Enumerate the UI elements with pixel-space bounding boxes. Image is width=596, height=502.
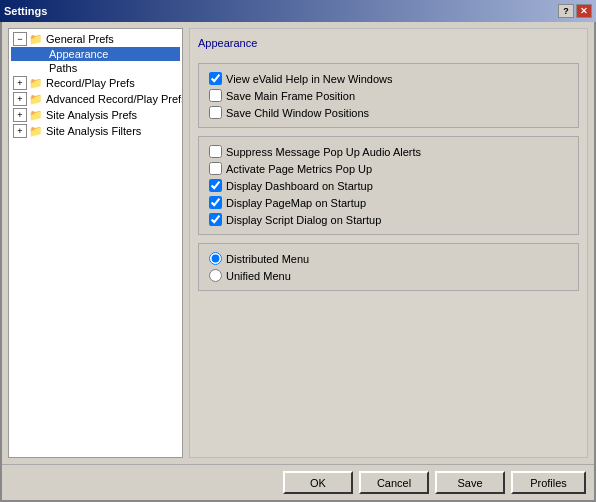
checkbox-display-pagemap-input[interactable]	[209, 196, 222, 209]
tree-item-appearance[interactable]: Appearance	[11, 47, 180, 61]
title-bar: Settings ? ✕	[0, 0, 596, 22]
settings-dialog: − 📁 General Prefs Appearance Paths + 📁 R…	[0, 22, 596, 502]
radio-distributed-menu-label: Distributed Menu	[226, 253, 309, 265]
checkbox-save-child-window-input[interactable]	[209, 106, 222, 119]
radio-unified-menu-input[interactable]	[209, 269, 222, 282]
tree-label-paths: Paths	[49, 62, 77, 74]
expander-general-prefs[interactable]: −	[13, 32, 27, 46]
ok-button[interactable]: OK	[283, 471, 353, 494]
tree-label-site-analysis-filters: Site Analysis Filters	[46, 125, 141, 137]
expander-site-analysis[interactable]: +	[13, 108, 27, 122]
tree-label-general-prefs: General Prefs	[46, 33, 114, 45]
tree-item-general-prefs[interactable]: − 📁 General Prefs	[11, 31, 180, 47]
checkbox-save-child-window: Save Child Window Positions	[209, 106, 568, 119]
checkbox-suppress-popup-input[interactable]	[209, 145, 222, 158]
checkbox-display-pagemap-label: Display PageMap on Startup	[226, 197, 366, 209]
tree-label-appearance: Appearance	[49, 48, 108, 60]
tree-item-site-analysis-filters[interactable]: + 📁 Site Analysis Filters	[11, 123, 180, 139]
checkbox-view-evalid: View eValid Help in New Windows	[209, 72, 568, 85]
checkbox-suppress-popup-label: Suppress Message Pop Up Audio Alerts	[226, 146, 421, 158]
checkbox-display-script-input[interactable]	[209, 213, 222, 226]
cancel-button[interactable]: Cancel	[359, 471, 429, 494]
checkbox-display-dashboard: Display Dashboard on Startup	[209, 179, 568, 192]
folder-icon-4: 📁	[29, 109, 43, 122]
tree-item-record-play[interactable]: + 📁 Record/Play Prefs	[11, 75, 180, 91]
tree-label-record-play: Record/Play Prefs	[46, 77, 135, 89]
expander-site-analysis-filters[interactable]: +	[13, 124, 27, 138]
radio-distributed-menu: Distributed Menu	[209, 252, 568, 265]
checkbox-view-evalid-input[interactable]	[209, 72, 222, 85]
appearance-box-3: Distributed Menu Unified Menu	[198, 243, 579, 291]
tree-item-site-analysis[interactable]: + 📁 Site Analysis Prefs	[11, 107, 180, 123]
folder-icon-3: 📁	[29, 93, 43, 106]
tree-label-site-analysis: Site Analysis Prefs	[46, 109, 137, 121]
tree-panel: − 📁 General Prefs Appearance Paths + 📁 R…	[8, 28, 183, 458]
profiles-button[interactable]: Profiles	[511, 471, 586, 494]
checkbox-activate-metrics-label: Activate Page Metrics Pop Up	[226, 163, 372, 175]
section-title: Appearance	[198, 37, 579, 49]
tree-label-adv-record-play: Advanced Record/Play Prefs	[46, 93, 183, 105]
save-button[interactable]: Save	[435, 471, 505, 494]
radio-unified-menu-label: Unified Menu	[226, 270, 291, 282]
checkbox-save-main-frame-label: Save Main Frame Position	[226, 90, 355, 102]
tree-item-paths[interactable]: Paths	[11, 61, 180, 75]
checkbox-display-pagemap: Display PageMap on Startup	[209, 196, 568, 209]
button-bar: OK Cancel Save Profiles	[2, 464, 594, 500]
help-button[interactable]: ?	[558, 4, 574, 18]
dialog-title: Settings	[4, 5, 47, 17]
content-area: − 📁 General Prefs Appearance Paths + 📁 R…	[2, 22, 594, 464]
checkbox-save-main-frame: Save Main Frame Position	[209, 89, 568, 102]
checkbox-activate-metrics: Activate Page Metrics Pop Up	[209, 162, 568, 175]
checkbox-save-child-window-label: Save Child Window Positions	[226, 107, 369, 119]
checkbox-display-dashboard-input[interactable]	[209, 179, 222, 192]
expander-record-play[interactable]: +	[13, 76, 27, 90]
checkbox-display-script-label: Display Script Dialog on Startup	[226, 214, 381, 226]
checkbox-view-evalid-label: View eValid Help in New Windows	[226, 73, 393, 85]
radio-unified-menu: Unified Menu	[209, 269, 568, 282]
close-button[interactable]: ✕	[576, 4, 592, 18]
checkbox-suppress-popup: Suppress Message Pop Up Audio Alerts	[209, 145, 568, 158]
title-bar-buttons: ? ✕	[558, 4, 592, 18]
radio-distributed-menu-input[interactable]	[209, 252, 222, 265]
checkbox-display-dashboard-label: Display Dashboard on Startup	[226, 180, 373, 192]
folder-icon-5: 📁	[29, 125, 43, 138]
tree-item-adv-record-play[interactable]: + 📁 Advanced Record/Play Prefs	[11, 91, 180, 107]
appearance-box-2: Suppress Message Pop Up Audio Alerts Act…	[198, 136, 579, 235]
folder-icon: 📁	[29, 33, 43, 46]
appearance-box-1: View eValid Help in New Windows Save Mai…	[198, 63, 579, 128]
checkbox-save-main-frame-input[interactable]	[209, 89, 222, 102]
checkbox-activate-metrics-input[interactable]	[209, 162, 222, 175]
folder-icon-2: 📁	[29, 77, 43, 90]
right-panel: Appearance View eValid Help in New Windo…	[189, 28, 588, 458]
expander-adv-record-play[interactable]: +	[13, 92, 27, 106]
checkbox-display-script: Display Script Dialog on Startup	[209, 213, 568, 226]
